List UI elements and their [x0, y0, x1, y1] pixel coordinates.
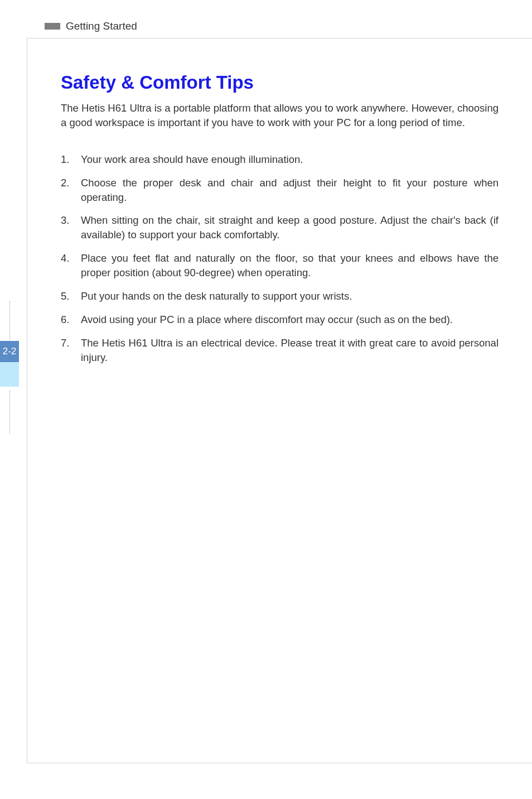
list-item: When sitting on the chair, sit straight … — [61, 213, 499, 242]
dotted-rule-bottom — [9, 391, 10, 434]
list-item: Place you feet flat and naturally on the… — [61, 251, 499, 280]
dotted-rule-top — [9, 301, 10, 340]
page-title: Safety & Comfort Tips — [61, 72, 499, 93]
header-marker-icon — [45, 23, 60, 30]
list-item: The Hetis H61 Ultra is an electrical dev… — [61, 336, 499, 365]
content-frame: Safety & Comfort Tips The Hetis H61 Ultr… — [27, 38, 532, 763]
header: Getting Started — [45, 20, 137, 32]
page-number-tab: 2-2 — [0, 341, 19, 362]
document-page: Getting Started 2-2 Safety & Comfort Tip… — [0, 0, 532, 799]
list-item: Choose the proper desk and chair and adj… — [61, 176, 499, 205]
list-item: Put your hands on the desk naturally to … — [61, 289, 499, 304]
list-item: Your work area should have enough illumi… — [61, 152, 499, 167]
intro-paragraph: The Hetis H61 Ultra is a portable platfo… — [61, 101, 499, 130]
page-tab-accent — [0, 362, 19, 387]
tips-list: Your work area should have enough illumi… — [61, 152, 499, 365]
list-item: Avoid using your PC in a place where dis… — [61, 312, 499, 327]
section-title: Getting Started — [66, 20, 137, 32]
